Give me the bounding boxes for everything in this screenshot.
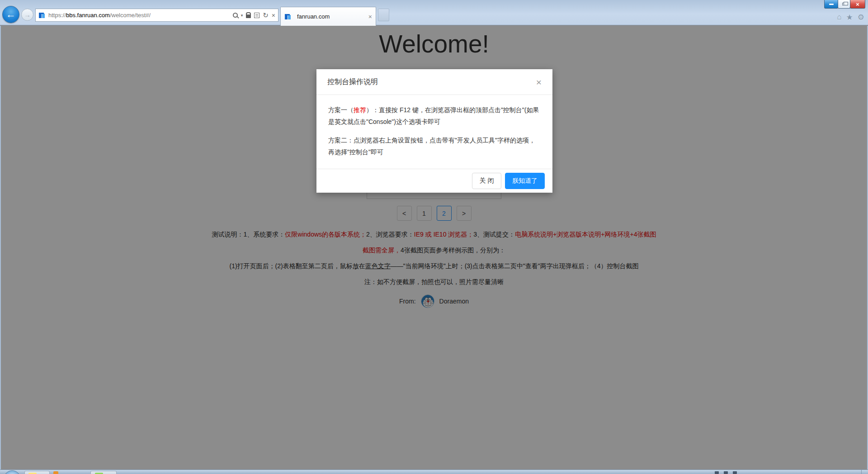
dialog-header: 控制台操作说明 × bbox=[316, 69, 552, 95]
dialog-body: 方案一（推荐）：直接按 F12 键，在浏览器弹出框的顶部点击"控制台"(如果是英… bbox=[316, 95, 552, 158]
url-scheme: https:// bbox=[48, 12, 66, 19]
tray-icon[interactable] bbox=[724, 471, 728, 474]
dialog-close-button[interactable]: 关 闭 bbox=[472, 173, 501, 189]
search-icon[interactable] bbox=[233, 13, 238, 18]
window-controls: × bbox=[825, 0, 865, 9]
tools-gear-icon[interactable]: ⚙ bbox=[858, 13, 864, 22]
tray-icon[interactable] bbox=[715, 471, 719, 474]
tab-title: fanruan.com bbox=[297, 13, 330, 20]
minimize-icon bbox=[829, 4, 834, 5]
restore-button[interactable] bbox=[838, 0, 850, 9]
dialog-close-icon[interactable]: × bbox=[536, 77, 542, 87]
window-close-button[interactable]: × bbox=[850, 0, 865, 9]
search-dropdown-icon[interactable]: ▾ bbox=[241, 13, 243, 18]
restore-icon bbox=[842, 3, 846, 5]
home-icon[interactable]: ⌂ bbox=[837, 13, 841, 22]
tray-icon[interactable] bbox=[733, 471, 737, 474]
dialog-paragraph-2: 方案二：点浏览器右上角设置按钮，点击带有"开发人员工具"字样的选项，再选择"控制… bbox=[328, 134, 541, 158]
favorites-star-icon[interactable]: ★ bbox=[846, 13, 853, 22]
dialog-text: 方案一（ bbox=[328, 106, 354, 114]
taskbar-orange-icon[interactable] bbox=[53, 471, 58, 474]
windows-taskbar[interactable] bbox=[0, 469, 868, 474]
forward-arrow-icon: → bbox=[24, 11, 31, 19]
minimize-button[interactable] bbox=[824, 0, 838, 9]
dialog-text-red: 推荐 bbox=[354, 106, 366, 114]
browser-tab[interactable]: fanruan.com × bbox=[280, 7, 376, 26]
tab-favicon bbox=[284, 13, 292, 20]
window-close-icon: × bbox=[856, 1, 859, 8]
dialog-paragraph-1: 方案一（推荐）：直接按 F12 键，在浏览器弹出框的顶部点击"控制台"(如果是英… bbox=[328, 104, 541, 128]
back-arrow-icon: ← bbox=[6, 9, 16, 20]
taskbar-app-button-2[interactable] bbox=[90, 471, 117, 474]
refresh-icon[interactable]: ↻ bbox=[263, 12, 269, 19]
back-button[interactable]: ← bbox=[2, 6, 19, 23]
show-desktop-divider bbox=[861, 470, 862, 474]
dialog-ok-button[interactable]: 朕知道了 bbox=[505, 173, 545, 189]
web-page: Welcome! < 1 2 > 测试说明：1、系统要求：仅限windows的各… bbox=[0, 26, 868, 469]
url-path: /welcome/test#/ bbox=[110, 12, 151, 19]
url-host: bbs.fanruan.com bbox=[66, 12, 110, 19]
fanruan-favicon bbox=[38, 12, 46, 19]
stop-icon[interactable]: × bbox=[272, 12, 275, 19]
url-text: https://bbs.fanruan.com/welcome/test#/ bbox=[48, 12, 151, 19]
forward-button[interactable]: → bbox=[21, 9, 33, 21]
new-tab-button[interactable] bbox=[378, 9, 389, 21]
browser-toolbar: ⌂ ★ ⚙ bbox=[837, 13, 864, 22]
compatibility-view-icon[interactable] bbox=[254, 13, 259, 18]
addressbar-icons: ▾ ↻ × bbox=[233, 12, 275, 19]
console-instructions-dialog: 控制台操作说明 × 方案一（推荐）：直接按 F12 键，在浏览器弹出框的顶部点击… bbox=[316, 69, 552, 193]
browser-chrome: ← → https://bbs.fanruan.com/welcome/test… bbox=[0, 0, 868, 25]
security-lock-icon[interactable] bbox=[246, 14, 251, 18]
start-button[interactable] bbox=[4, 470, 21, 474]
dialog-footer: 关 闭 朕知道了 bbox=[316, 169, 552, 193]
address-bar[interactable]: https://bbs.fanruan.com/welcome/test#/ ▾… bbox=[35, 9, 278, 22]
taskbar-app-button[interactable] bbox=[24, 471, 50, 474]
dialog-title: 控制台操作说明 bbox=[327, 77, 378, 87]
desktop: ← → https://bbs.fanruan.com/welcome/test… bbox=[0, 0, 868, 474]
tab-close-icon[interactable]: × bbox=[368, 13, 372, 20]
